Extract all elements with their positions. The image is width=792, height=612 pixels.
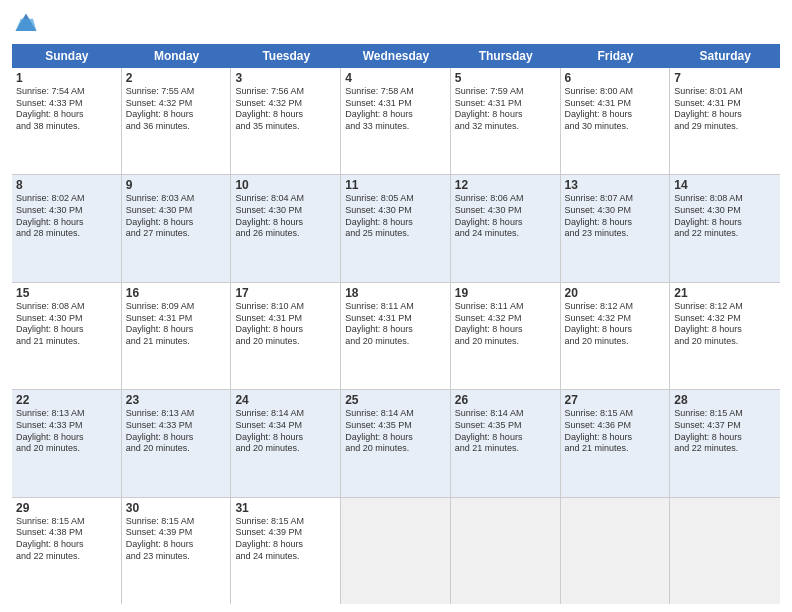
day-number: 29	[16, 501, 117, 515]
cell-info: Sunrise: 8:09 AMSunset: 4:31 PMDaylight:…	[126, 301, 227, 348]
cell-info: Sunrise: 8:13 AMSunset: 4:33 PMDaylight:…	[16, 408, 117, 455]
logo-icon	[12, 10, 40, 38]
calendar-cell: 16Sunrise: 8:09 AMSunset: 4:31 PMDayligh…	[122, 283, 232, 389]
calendar-row: 8Sunrise: 8:02 AMSunset: 4:30 PMDaylight…	[12, 175, 780, 282]
cell-info: Sunrise: 8:14 AMSunset: 4:35 PMDaylight:…	[455, 408, 556, 455]
cell-info: Sunrise: 8:14 AMSunset: 4:35 PMDaylight:…	[345, 408, 446, 455]
calendar-cell: 20Sunrise: 8:12 AMSunset: 4:32 PMDayligh…	[561, 283, 671, 389]
cell-info: Sunrise: 8:10 AMSunset: 4:31 PMDaylight:…	[235, 301, 336, 348]
day-number: 8	[16, 178, 117, 192]
calendar-cell: 23Sunrise: 8:13 AMSunset: 4:33 PMDayligh…	[122, 390, 232, 496]
calendar-cell: 7Sunrise: 8:01 AMSunset: 4:31 PMDaylight…	[670, 68, 780, 174]
calendar-cell: 13Sunrise: 8:07 AMSunset: 4:30 PMDayligh…	[561, 175, 671, 281]
cell-info: Sunrise: 7:55 AMSunset: 4:32 PMDaylight:…	[126, 86, 227, 133]
calendar-cell: 17Sunrise: 8:10 AMSunset: 4:31 PMDayligh…	[231, 283, 341, 389]
cell-info: Sunrise: 8:11 AMSunset: 4:31 PMDaylight:…	[345, 301, 446, 348]
day-number: 27	[565, 393, 666, 407]
cell-info: Sunrise: 8:02 AMSunset: 4:30 PMDaylight:…	[16, 193, 117, 240]
calendar-cell: 25Sunrise: 8:14 AMSunset: 4:35 PMDayligh…	[341, 390, 451, 496]
day-number: 26	[455, 393, 556, 407]
day-number: 9	[126, 178, 227, 192]
calendar-cell: 27Sunrise: 8:15 AMSunset: 4:36 PMDayligh…	[561, 390, 671, 496]
cell-info: Sunrise: 7:54 AMSunset: 4:33 PMDaylight:…	[16, 86, 117, 133]
day-number: 11	[345, 178, 446, 192]
calendar-cell: 24Sunrise: 8:14 AMSunset: 4:34 PMDayligh…	[231, 390, 341, 496]
day-number: 5	[455, 71, 556, 85]
cell-info: Sunrise: 8:05 AMSunset: 4:30 PMDaylight:…	[345, 193, 446, 240]
page-header	[12, 10, 780, 38]
calendar-cell: 21Sunrise: 8:12 AMSunset: 4:32 PMDayligh…	[670, 283, 780, 389]
weekday-header: Thursday	[451, 44, 561, 68]
cell-info: Sunrise: 8:14 AMSunset: 4:34 PMDaylight:…	[235, 408, 336, 455]
day-number: 14	[674, 178, 776, 192]
calendar-cell: 4Sunrise: 7:58 AMSunset: 4:31 PMDaylight…	[341, 68, 451, 174]
weekday-header: Saturday	[670, 44, 780, 68]
cell-info: Sunrise: 7:59 AMSunset: 4:31 PMDaylight:…	[455, 86, 556, 133]
logo	[12, 10, 44, 38]
weekday-header: Sunday	[12, 44, 122, 68]
calendar-cell: 14Sunrise: 8:08 AMSunset: 4:30 PMDayligh…	[670, 175, 780, 281]
calendar-cell: 19Sunrise: 8:11 AMSunset: 4:32 PMDayligh…	[451, 283, 561, 389]
calendar-header: SundayMondayTuesdayWednesdayThursdayFrid…	[12, 44, 780, 68]
day-number: 10	[235, 178, 336, 192]
day-number: 21	[674, 286, 776, 300]
day-number: 16	[126, 286, 227, 300]
day-number: 22	[16, 393, 117, 407]
calendar-cell: 5Sunrise: 7:59 AMSunset: 4:31 PMDaylight…	[451, 68, 561, 174]
cell-info: Sunrise: 8:15 AMSunset: 4:36 PMDaylight:…	[565, 408, 666, 455]
weekday-header: Monday	[122, 44, 232, 68]
weekday-header: Friday	[561, 44, 671, 68]
cell-info: Sunrise: 8:15 AMSunset: 4:39 PMDaylight:…	[235, 516, 336, 563]
day-number: 25	[345, 393, 446, 407]
cell-info: Sunrise: 8:11 AMSunset: 4:32 PMDaylight:…	[455, 301, 556, 348]
cell-info: Sunrise: 8:08 AMSunset: 4:30 PMDaylight:…	[674, 193, 776, 240]
calendar-cell: 2Sunrise: 7:55 AMSunset: 4:32 PMDaylight…	[122, 68, 232, 174]
day-number: 2	[126, 71, 227, 85]
day-number: 28	[674, 393, 776, 407]
cell-info: Sunrise: 8:01 AMSunset: 4:31 PMDaylight:…	[674, 86, 776, 133]
cell-info: Sunrise: 8:06 AMSunset: 4:30 PMDaylight:…	[455, 193, 556, 240]
cell-info: Sunrise: 8:13 AMSunset: 4:33 PMDaylight:…	[126, 408, 227, 455]
calendar-row: 15Sunrise: 8:08 AMSunset: 4:30 PMDayligh…	[12, 283, 780, 390]
calendar-cell	[451, 498, 561, 604]
weekday-header: Wednesday	[341, 44, 451, 68]
calendar-cell: 8Sunrise: 8:02 AMSunset: 4:30 PMDaylight…	[12, 175, 122, 281]
day-number: 18	[345, 286, 446, 300]
calendar-row: 1Sunrise: 7:54 AMSunset: 4:33 PMDaylight…	[12, 68, 780, 175]
cell-info: Sunrise: 7:56 AMSunset: 4:32 PMDaylight:…	[235, 86, 336, 133]
day-number: 4	[345, 71, 446, 85]
calendar-cell: 29Sunrise: 8:15 AMSunset: 4:38 PMDayligh…	[12, 498, 122, 604]
cell-info: Sunrise: 8:15 AMSunset: 4:38 PMDaylight:…	[16, 516, 117, 563]
cell-info: Sunrise: 8:03 AMSunset: 4:30 PMDaylight:…	[126, 193, 227, 240]
calendar-cell	[341, 498, 451, 604]
calendar-cell	[670, 498, 780, 604]
calendar-cell: 15Sunrise: 8:08 AMSunset: 4:30 PMDayligh…	[12, 283, 122, 389]
day-number: 17	[235, 286, 336, 300]
day-number: 6	[565, 71, 666, 85]
day-number: 3	[235, 71, 336, 85]
calendar-cell: 9Sunrise: 8:03 AMSunset: 4:30 PMDaylight…	[122, 175, 232, 281]
day-number: 20	[565, 286, 666, 300]
cell-info: Sunrise: 8:15 AMSunset: 4:39 PMDaylight:…	[126, 516, 227, 563]
day-number: 12	[455, 178, 556, 192]
day-number: 7	[674, 71, 776, 85]
calendar-cell: 22Sunrise: 8:13 AMSunset: 4:33 PMDayligh…	[12, 390, 122, 496]
cell-info: Sunrise: 8:12 AMSunset: 4:32 PMDaylight:…	[674, 301, 776, 348]
day-number: 30	[126, 501, 227, 515]
calendar-cell: 26Sunrise: 8:14 AMSunset: 4:35 PMDayligh…	[451, 390, 561, 496]
calendar-cell: 6Sunrise: 8:00 AMSunset: 4:31 PMDaylight…	[561, 68, 671, 174]
calendar-row: 22Sunrise: 8:13 AMSunset: 4:33 PMDayligh…	[12, 390, 780, 497]
cell-info: Sunrise: 7:58 AMSunset: 4:31 PMDaylight:…	[345, 86, 446, 133]
calendar-cell: 30Sunrise: 8:15 AMSunset: 4:39 PMDayligh…	[122, 498, 232, 604]
svg-marker-1	[16, 19, 37, 31]
day-number: 1	[16, 71, 117, 85]
calendar-cell: 1Sunrise: 7:54 AMSunset: 4:33 PMDaylight…	[12, 68, 122, 174]
weekday-header: Tuesday	[231, 44, 341, 68]
calendar-cell: 12Sunrise: 8:06 AMSunset: 4:30 PMDayligh…	[451, 175, 561, 281]
day-number: 24	[235, 393, 336, 407]
calendar-cell: 31Sunrise: 8:15 AMSunset: 4:39 PMDayligh…	[231, 498, 341, 604]
calendar-body: 1Sunrise: 7:54 AMSunset: 4:33 PMDaylight…	[12, 68, 780, 604]
calendar-cell: 11Sunrise: 8:05 AMSunset: 4:30 PMDayligh…	[341, 175, 451, 281]
day-number: 13	[565, 178, 666, 192]
cell-info: Sunrise: 8:12 AMSunset: 4:32 PMDaylight:…	[565, 301, 666, 348]
